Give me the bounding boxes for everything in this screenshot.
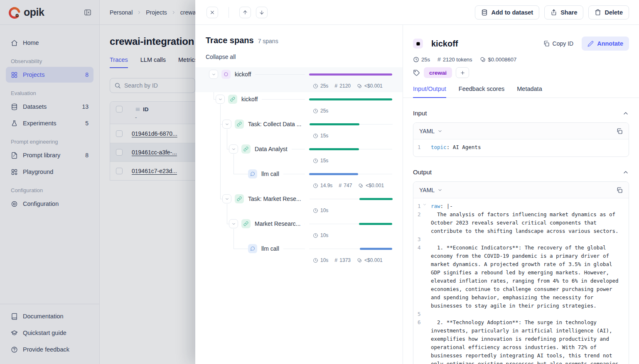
span-stats: 14.9s#747<$0.001 — [195, 181, 403, 190]
tokens-stat: #1373 — [334, 257, 351, 263]
tag-chip[interactable]: crewai — [424, 67, 452, 78]
trash-icon — [595, 9, 601, 16]
code-line: 5 — [413, 310, 629, 318]
span-name: kickoff — [235, 71, 251, 78]
span-row-task-collect-data[interactable]: Task: Collect Data ...15s — [195, 117, 403, 142]
clock-icon — [313, 183, 318, 188]
code-text: topic: AI Agents — [431, 143, 629, 151]
duration-bar — [359, 198, 393, 200]
span-type-icon — [413, 39, 423, 49]
span-row-kickoff[interactable]: kickoff25s#2120<$0.001 — [195, 67, 403, 92]
span-name-line: Market Researc... — [195, 217, 403, 231]
chain-link-icon — [230, 97, 235, 102]
code-text: 1. **Economic Indicators**: The recovery… — [431, 244, 629, 310]
expand-collapse-button[interactable] — [222, 194, 231, 203]
copy-output-button[interactable] — [616, 187, 623, 193]
tab-metadata[interactable]: Metadata — [517, 86, 542, 98]
add-to-dataset-button[interactable]: Add to dataset — [475, 5, 539, 20]
delete-label: Delete — [605, 9, 623, 16]
span-row-market-researc[interactable]: Market Researc...10s — [195, 217, 403, 242]
cost-stat: <$0.001 — [358, 183, 384, 188]
span-timeline — [309, 170, 392, 178]
chain-link-icon — [237, 122, 242, 127]
tab-feedback-scores[interactable]: Feedback scores — [459, 86, 504, 98]
tab-input-output[interactable]: Input/Output — [413, 86, 446, 98]
span-name-line: llm call — [195, 167, 403, 181]
cost-stat: <$0.001 — [357, 83, 383, 89]
span-row-llm-call[interactable]: llm call10s#1373<$0.001 — [195, 242, 403, 266]
chevron-down-icon — [225, 197, 229, 201]
duration-bar — [309, 73, 392, 76]
leader-line — [262, 99, 305, 100]
copy-icon — [543, 40, 550, 47]
input-heading: Input — [413, 110, 427, 117]
next-trace-button[interactable] — [256, 7, 268, 18]
llm-span-icon — [248, 244, 257, 253]
duration-bar — [309, 98, 392, 100]
duration-bar — [310, 123, 359, 125]
code-line: 2 The analysis of factors influencing ma… — [413, 210, 629, 235]
span-timeline — [310, 195, 393, 203]
output-code-card: YAML 1raw: |-2 The analysis of factors i… — [413, 181, 629, 364]
copy-id-button[interactable]: Copy ID — [543, 40, 574, 47]
line-number: 6 — [413, 318, 431, 364]
previous-trace-button[interactable] — [239, 7, 251, 18]
format-label: YAML — [419, 187, 435, 193]
output-section-header[interactable]: Output — [413, 169, 629, 176]
tool-span-icon — [235, 120, 244, 129]
tokens-stat: # 2120 tokens — [437, 56, 472, 63]
leader-line — [305, 224, 305, 224]
input-format-select[interactable]: YAML — [419, 128, 442, 134]
chevron-down-icon — [218, 97, 223, 102]
coins-icon — [480, 56, 486, 63]
coins-icon — [357, 258, 362, 263]
input-section-header[interactable]: Input — [413, 110, 629, 117]
coins-icon — [358, 183, 364, 188]
share-button[interactable]: Share — [544, 5, 583, 20]
hash-icon: # — [437, 56, 441, 63]
chevron-down-icon — [225, 122, 229, 127]
close-button[interactable] — [206, 7, 218, 18]
span-name: Data Analyst — [255, 146, 288, 152]
chevron-down-icon — [211, 72, 216, 77]
expand-collapse-button[interactable] — [229, 219, 238, 228]
expand-collapse-button[interactable] — [209, 70, 218, 79]
add-tag-button[interactable] — [456, 67, 469, 78]
duration-stat: 25s — [313, 108, 328, 114]
chevron-up-icon[interactable] — [622, 169, 629, 176]
span-row-kickoff[interactable]: kickoff25s — [195, 92, 403, 117]
output-code: 1raw: |-2 The analysis of factors influe… — [413, 198, 629, 364]
span-name: kickoff — [241, 96, 258, 103]
annotate-button[interactable]: Annotate — [582, 37, 629, 51]
arrow-down-icon — [259, 10, 265, 15]
copy-input-button[interactable] — [616, 128, 623, 134]
detail-tabs: Input/OutputFeedback scoresMetadata — [403, 86, 639, 98]
span-row-data-analyst[interactable]: Data Analyst15s — [195, 142, 403, 167]
span-timeline — [309, 145, 392, 153]
expand-collapse-button[interactable] — [222, 120, 231, 129]
share-label: Share — [560, 9, 577, 16]
fold-chevron-icon[interactable] — [423, 203, 427, 207]
chevron-up-icon[interactable] — [622, 110, 629, 117]
span-row-llm-call[interactable]: llm call14.9s#747<$0.001 — [195, 167, 403, 192]
trace-span-icon — [221, 70, 231, 79]
span-stats: 10s — [195, 206, 403, 215]
delete-button[interactable]: Delete — [588, 5, 629, 20]
collapse-all-button[interactable]: Collapse all — [206, 54, 236, 60]
tokens-stat: #2120 — [334, 83, 351, 89]
share-icon — [551, 9, 557, 16]
plus-icon — [460, 70, 465, 76]
span-tree: kickoff25s#2120<$0.001kickoff25sTask: Co… — [195, 67, 403, 266]
clock-icon — [313, 233, 318, 238]
span-name: Market Researc... — [255, 220, 300, 227]
close-icon — [209, 10, 215, 15]
coins-icon — [357, 83, 362, 89]
expand-collapse-button[interactable] — [229, 144, 238, 154]
code-text — [431, 310, 629, 318]
spans-count: 7 spans — [258, 38, 278, 44]
output-format-select[interactable]: YAML — [419, 187, 442, 193]
line-number: 5 — [413, 310, 431, 318]
clock-icon — [313, 258, 318, 263]
expand-collapse-button[interactable] — [216, 95, 225, 104]
span-row-task-market-rese[interactable]: Task: Market Rese...10s — [195, 192, 403, 217]
